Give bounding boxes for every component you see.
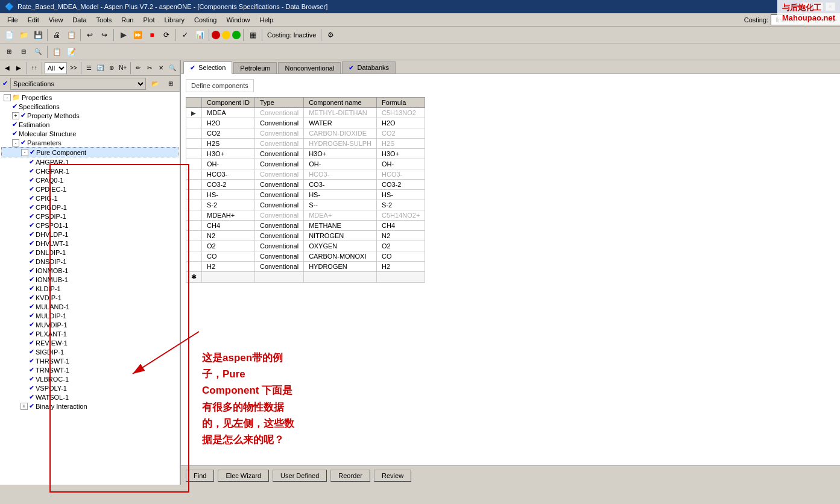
tree-cpdiec[interactable]: ✔ CPDIEC-1 (1, 184, 178, 194)
tb2-btn4[interactable]: 📋 (50, 45, 63, 58)
icon-btn4[interactable]: N+ (118, 61, 128, 75)
tree-kldip[interactable]: ✔ KLDIP-1 (1, 284, 178, 293)
table-row[interactable]: S-2 Conventional S-- S-2 (186, 200, 425, 210)
tree-property-methods[interactable]: + ✔ Property Methods (1, 111, 178, 120)
menu-window[interactable]: Window (221, 15, 254, 25)
table-row[interactable]: CO Conventional CARBON-MONOXI CO (186, 251, 425, 262)
tb2-btn1[interactable]: ⊞ (2, 45, 16, 58)
step-button[interactable]: ⏩ (131, 28, 144, 42)
cell-id-co[interactable]: CO (202, 251, 255, 262)
table-row[interactable]: O2 Conventional OXYGEN O2 (186, 241, 425, 251)
edit-btn[interactable]: ✏ (133, 61, 144, 75)
new-row-id[interactable] (202, 272, 255, 283)
save-button[interactable]: 💾 (31, 28, 45, 42)
cell-id-o2[interactable]: O2 (202, 241, 255, 251)
costing-settings[interactable]: ⚙ (324, 28, 337, 42)
table-row[interactable]: MDEAH+ Conventional MDEA+ C5H14NO2+ (186, 210, 425, 221)
scissor-btn[interactable]: ✂ (145, 61, 155, 75)
find-btn[interactable]: 🔍 (167, 61, 177, 75)
specifications-combo[interactable]: Specifications (10, 78, 146, 90)
cell-id-mdeah[interactable]: MDEAH+ (202, 210, 255, 221)
undo-button[interactable]: ↩ (83, 28, 96, 42)
forward-button[interactable]: ▶ (14, 61, 24, 75)
tree-sigdip[interactable]: ✔ SIGDIP-1 (1, 347, 178, 356)
reorder-button[interactable]: Reorder (330, 470, 370, 482)
cell-id-mdea[interactable]: MDEA (202, 108, 255, 118)
pure-comp-expand[interactable]: - (21, 149, 28, 156)
cell-id-h2[interactable]: H2 (202, 262, 255, 272)
menu-tools[interactable]: Tools (92, 15, 117, 25)
tree-cpigdp[interactable]: ✔ CPIGDP-1 (1, 203, 178, 212)
table-row[interactable]: H3O+ Conventional H3O+ H3O+ (186, 149, 425, 159)
del-btn[interactable]: ✕ (156, 61, 166, 75)
cell-id-co2[interactable]: CO2 (202, 128, 255, 139)
tree-cpspo1[interactable]: ✔ CPSPO1-1 (1, 221, 178, 230)
tree-properties[interactable]: - 📁 Properties (1, 93, 178, 102)
prop-methods-expand[interactable]: + (12, 112, 19, 119)
review-button[interactable]: Review (374, 470, 411, 482)
properties-expand[interactable]: - (4, 94, 11, 101)
tab-nonconventional[interactable]: Nonconventional (278, 62, 341, 74)
results-button[interactable]: 📊 (193, 28, 206, 42)
tree-cpaq0[interactable]: ✔ CPAQ0-1 (1, 175, 178, 184)
cell-id-n2[interactable]: N2 (202, 231, 255, 241)
tree-dnldip[interactable]: ✔ DNLDIP-1 (1, 248, 178, 257)
tree-muldip[interactable]: ✔ MULDIP-1 (1, 311, 178, 320)
table-row[interactable]: CH4 Conventional METHANE CH4 (186, 221, 425, 231)
tree-ionmub[interactable]: ✔ IONMUB-1 (1, 275, 178, 284)
icon-btn3[interactable]: ⊕ (106, 61, 116, 75)
table-button[interactable]: ▦ (246, 28, 259, 42)
tree-plxant[interactable]: ✔ PLXANT-1 (1, 329, 178, 338)
tree-dnsdip[interactable]: ✔ DNSDIP-1 (1, 257, 178, 266)
menu-run[interactable]: Run (116, 15, 138, 25)
table-row[interactable]: H2O Conventional WATER H2O (186, 118, 425, 128)
tree-watsol[interactable]: ✔ WATSOL-1 (1, 392, 178, 402)
tree-dhvlwt[interactable]: ✔ DHVLWT-1 (1, 239, 178, 248)
print2-button[interactable]: 📋 (65, 28, 78, 42)
stop-button[interactable]: ■ (145, 28, 159, 42)
tree-pure-component[interactable]: - ✔ Pure Component (1, 147, 178, 157)
tree-review[interactable]: ✔ REVIEW-1 (1, 338, 178, 347)
table-row[interactable]: H2S Conventional HYDROGEN-SULPH H2S (186, 139, 425, 149)
menu-plot[interactable]: Plot (138, 15, 159, 25)
table-row[interactable]: HS- Conventional HS- HS- (186, 190, 425, 200)
cell-id-oh[interactable]: OH- (202, 159, 255, 169)
tb2-btn2[interactable]: ⊟ (17, 45, 30, 58)
print-button[interactable]: 🖨 (50, 28, 63, 42)
menu-edit[interactable]: Edit (23, 15, 44, 25)
tree-vspoly[interactable]: ✔ VSPOLY-1 (1, 383, 178, 392)
cell-id-h2s[interactable]: H2S (202, 139, 255, 149)
tab-databanks[interactable]: ✔ Databanks (342, 61, 396, 74)
table-row[interactable]: OH- Conventional OH- OH- (186, 159, 425, 169)
cell-id-s2[interactable]: S-2 (202, 200, 255, 210)
parameters-expand[interactable]: - (12, 139, 19, 146)
all-filter-combo[interactable]: All (45, 62, 68, 74)
table-new-row[interactable]: ✱ (186, 272, 425, 283)
filter-go[interactable]: >> (68, 61, 78, 75)
tree-parameters[interactable]: - ✔ Parameters (1, 138, 178, 147)
tab-petroleum[interactable]: Petroleum (233, 62, 277, 74)
cell-id-hco3[interactable]: HCO3- (202, 169, 255, 180)
open-button[interactable]: 📁 (17, 28, 30, 42)
tree-trnswt[interactable]: ✔ TRNSWT-1 (1, 365, 178, 374)
check-button[interactable]: ✓ (178, 28, 192, 42)
menu-library[interactable]: Library (159, 15, 189, 25)
tree-ionmob[interactable]: ✔ IONMOB-1 (1, 266, 178, 275)
cell-id-hs[interactable]: HS- (202, 190, 255, 200)
find-button[interactable]: Find (186, 470, 214, 482)
reset-button[interactable]: ⟳ (160, 28, 173, 42)
tree-binary-interaction[interactable]: + ✔ Binary Interaction (1, 402, 178, 411)
icon-btn1[interactable]: ☰ (84, 61, 94, 75)
tree-cpig[interactable]: ✔ CPIG-1 (1, 194, 178, 203)
left-up-button[interactable]: ↑↑ (29, 61, 39, 75)
binary-expand[interactable]: + (21, 403, 28, 410)
menu-data[interactable]: Data (68, 15, 91, 25)
tree-ahgpar[interactable]: ✔ AHGPAR-1 (1, 157, 178, 166)
menu-help[interactable]: Help (255, 15, 279, 25)
tree-specifications[interactable]: ✔ Specifications (1, 102, 178, 111)
run-button[interactable]: ▶ (116, 28, 130, 42)
folder-open-btn[interactable]: 📂 (148, 77, 162, 90)
table-row[interactable]: CO3-2 Conventional CO3- CO3-2 (186, 180, 425, 190)
table-row[interactable]: CO2 Conventional CARBON-DIOXIDE CO2 (186, 128, 425, 139)
cell-id-h2o[interactable]: H2O (202, 118, 255, 128)
